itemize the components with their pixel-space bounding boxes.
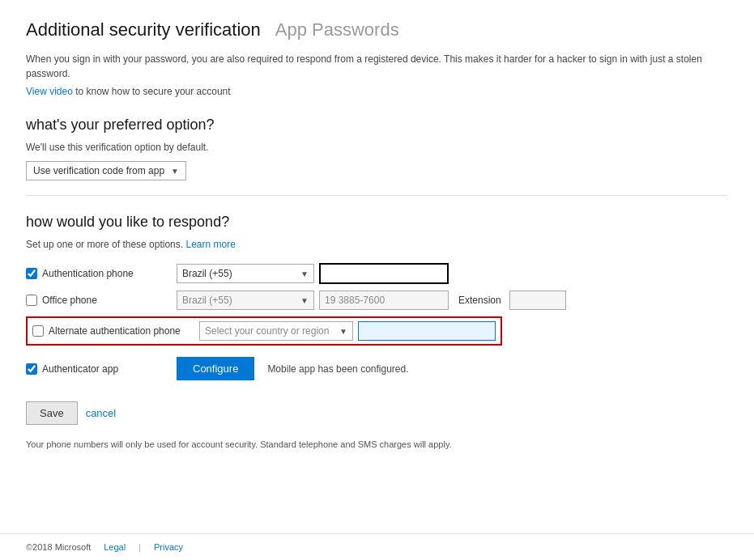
authenticator-app-label: Authenticator app bbox=[42, 363, 172, 375]
auth-phone-country-dropdown[interactable]: Brazil (+55) ▼ bbox=[177, 264, 314, 283]
office-phone-country-arrow: ▼ bbox=[300, 296, 309, 305]
preferred-option-dropdown[interactable]: Use verification code from app ▼ bbox=[26, 161, 186, 180]
extension-label: Extension bbox=[458, 295, 501, 306]
footer-note: Your phone numbers will only be used for… bbox=[26, 439, 728, 449]
mobile-app-status: Mobile app has been configured. bbox=[267, 363, 408, 375]
office-phone-label: Office phone bbox=[42, 295, 172, 306]
auth-phone-label: Authentication phone bbox=[42, 268, 172, 279]
save-button[interactable]: Save bbox=[26, 401, 78, 425]
office-phone-country: Brazil (+55) bbox=[182, 295, 232, 306]
preferred-dropdown-arrow: ▼ bbox=[171, 167, 179, 176]
header-link-suffix: to know how to secure your account bbox=[73, 86, 231, 97]
auth-phone-country-arrow: ▼ bbox=[300, 269, 309, 278]
auth-phone-input[interactable] bbox=[319, 263, 449, 284]
action-row: Save cancel bbox=[26, 401, 728, 425]
legal-link[interactable]: Legal bbox=[104, 542, 126, 552]
respond-section-subtitle: Set up one or more of these options. Lea… bbox=[26, 239, 728, 250]
section-divider bbox=[26, 195, 728, 196]
office-phone-input[interactable] bbox=[319, 291, 449, 310]
copyright: ©2018 Microsoft bbox=[26, 542, 91, 552]
office-phone-row: Office phone Brazil (+55) ▼ Extension bbox=[26, 287, 728, 313]
auth-phone-checkbox[interactable] bbox=[26, 268, 37, 279]
configure-button[interactable]: Configure bbox=[177, 357, 254, 380]
view-video-link[interactable]: View video bbox=[26, 86, 73, 97]
alt-auth-phone-label: Alternate authentication phone bbox=[49, 325, 194, 337]
authenticator-app-checkbox[interactable] bbox=[26, 363, 37, 375]
privacy-link[interactable]: Privacy bbox=[154, 542, 183, 552]
cancel-link[interactable]: cancel bbox=[86, 407, 117, 419]
header-description: When you sign in with your password, you… bbox=[26, 52, 728, 81]
alt-auth-country-placeholder: Select your country or region bbox=[205, 325, 329, 337]
office-phone-country-dropdown[interactable]: Brazil (+55) ▼ bbox=[177, 291, 314, 310]
office-phone-checkbox[interactable] bbox=[26, 295, 37, 306]
preferred-section-subtitle: We'll use this verification option by de… bbox=[26, 142, 728, 153]
page-footer: ©2018 Microsoft Legal | Privacy bbox=[0, 533, 754, 560]
preferred-section-title: what's your preferred option? bbox=[26, 117, 728, 134]
page-title: Additional security verification bbox=[26, 19, 261, 40]
extension-input[interactable] bbox=[509, 291, 566, 310]
respond-section-title: how would you like to respond? bbox=[26, 214, 728, 231]
alt-auth-phone-row: Alternate authentication phone Select yo… bbox=[26, 316, 502, 346]
auth-phone-row: Authentication phone Brazil (+55) ▼ bbox=[26, 260, 728, 287]
alt-auth-phone-input[interactable] bbox=[358, 321, 496, 341]
authenticator-app-row: Authenticator app Configure Mobile app h… bbox=[26, 354, 728, 384]
auth-phone-country: Brazil (+55) bbox=[182, 268, 232, 279]
page-title-secondary: App Passwords bbox=[275, 19, 399, 40]
footer-divider: | bbox=[138, 542, 141, 552]
learn-more-link[interactable]: Learn more bbox=[185, 239, 235, 250]
alt-auth-country-dropdown[interactable]: Select your country or region ▼ bbox=[199, 321, 353, 341]
alt-auth-country-arrow: ▼ bbox=[339, 327, 347, 336]
preferred-option-value: Use verification code from app bbox=[33, 165, 164, 176]
alt-auth-phone-checkbox[interactable] bbox=[32, 325, 44, 337]
